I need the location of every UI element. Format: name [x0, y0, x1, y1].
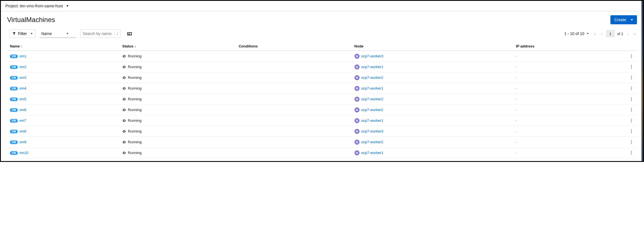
vm-name-link[interactable]: vm8 — [19, 129, 27, 133]
column-header-node[interactable]: Node — [352, 42, 513, 51]
node-link[interactable]: ocp7-worker2 — [361, 97, 384, 101]
pagination-range-dropdown[interactable]: 1 - 10 of 10 — [564, 31, 589, 36]
node-link[interactable]: ocp7-worker1 — [361, 65, 384, 69]
chevron-down-icon — [31, 33, 32, 34]
table-row: VMvm10RunningNocp7-worker1- — [7, 147, 637, 158]
row-actions-kebab[interactable] — [629, 53, 634, 59]
table-row: VMvm7RunningNocp7-worker1- — [7, 115, 637, 126]
filter-button-label: Filter — [18, 31, 27, 36]
ip-text: - — [516, 118, 517, 123]
manage-columns-button[interactable] — [126, 31, 133, 37]
node-badge-icon: N — [354, 129, 360, 134]
pagination-first-button[interactable]: « — [593, 31, 597, 36]
pagination-total-pages: of 1 — [617, 32, 623, 36]
sync-icon — [122, 97, 126, 101]
vm-badge-icon: VM — [10, 76, 18, 80]
column-header-ip[interactable]: IP address — [513, 42, 626, 51]
sync-icon — [122, 76, 126, 80]
chevron-down-icon — [66, 5, 69, 7]
vm-badge-icon: VM — [10, 119, 18, 123]
vm-name-link[interactable]: vm9 — [19, 140, 27, 144]
node-link[interactable]: ocp7-worker3 — [361, 54, 384, 58]
vm-badge-icon: VM — [10, 97, 18, 101]
vm-name-link[interactable]: vm6 — [19, 108, 27, 112]
row-actions-kebab[interactable] — [629, 75, 634, 81]
search-field-select[interactable]: Name — [40, 30, 76, 38]
status-text: Running — [128, 151, 141, 155]
pagination-current-page[interactable]: 1 — [606, 30, 614, 37]
vm-badge-icon: VM — [10, 65, 18, 69]
ip-text: - — [516, 86, 517, 90]
vm-name-link[interactable]: vm10 — [19, 151, 29, 155]
node-badge-icon: N — [354, 86, 360, 91]
pagination-range-text: 1 - 10 of 10 — [564, 31, 584, 36]
vm-name-link[interactable]: vm3 — [19, 75, 27, 80]
vm-name-link[interactable]: vm5 — [19, 97, 27, 101]
node-link[interactable]: ocp7-worker2 — [361, 140, 384, 144]
vm-name-link[interactable]: vm4 — [19, 86, 27, 90]
status-text: Running — [128, 75, 141, 80]
sync-icon — [122, 129, 126, 133]
table-row: VMvm4RunningNocp7-worker1- — [7, 83, 637, 94]
filter-button[interactable]: Filter — [9, 29, 36, 38]
sync-icon — [122, 151, 126, 155]
row-actions-kebab[interactable] — [629, 128, 634, 134]
node-badge-icon: N — [354, 75, 360, 80]
vm-badge-icon: VM — [10, 87, 18, 90]
pagination-last-button[interactable]: » — [632, 31, 637, 36]
chevron-down-icon — [67, 33, 68, 34]
search-field-label: Name — [41, 31, 52, 36]
row-actions-kebab[interactable] — [629, 118, 634, 123]
project-selector[interactable]: Project: ten-vms-from-same-host — [1, 1, 643, 11]
create-button-label: Create — [614, 18, 626, 22]
vm-name-link[interactable]: vm1 — [19, 54, 27, 58]
vm-badge-icon: VM — [10, 130, 18, 133]
table-row: VMvm6RunningNocp7-worker2- — [7, 105, 637, 115]
search-input[interactable] — [80, 30, 114, 38]
status-text: Running — [128, 65, 141, 69]
pagination-next-button[interactable]: › — [626, 31, 630, 36]
chevron-down-icon — [631, 19, 633, 21]
sort-icon: ↕ — [135, 45, 136, 48]
node-link[interactable]: ocp7-worker1 — [361, 118, 384, 123]
table-row: VMvm8RunningNocp7-worker3- — [7, 126, 637, 137]
sync-icon — [122, 54, 126, 58]
columns-icon — [127, 32, 132, 35]
pagination-prev-button[interactable]: ‹ — [600, 31, 604, 36]
sync-icon — [122, 108, 126, 112]
vm-badge-icon: VM — [10, 140, 18, 144]
pagination-nav: « ‹ 1 of 1 › » — [593, 30, 637, 37]
ip-text: - — [516, 75, 517, 80]
node-badge-icon: N — [354, 64, 360, 70]
ip-text: - — [516, 108, 517, 112]
node-link[interactable]: ocp7-worker1 — [361, 86, 384, 90]
row-actions-kebab[interactable] — [629, 150, 634, 156]
project-label: Project: ten-vms-from-same-host — [5, 4, 63, 8]
row-actions-kebab[interactable] — [629, 96, 634, 102]
sync-icon — [122, 86, 126, 90]
vm-name-link[interactable]: vm7 — [19, 118, 27, 123]
column-header-conditions[interactable]: Conditions — [236, 42, 352, 51]
table-row: VMvm3RunningNocp7-worker2- — [7, 72, 637, 83]
row-actions-kebab[interactable] — [629, 85, 634, 91]
node-link[interactable]: ocp7-worker1 — [361, 151, 384, 155]
column-header-status[interactable]: Status↕ — [119, 42, 236, 51]
ip-text: - — [516, 54, 517, 58]
row-actions-kebab[interactable] — [629, 139, 634, 145]
node-link[interactable]: ocp7-worker2 — [361, 108, 384, 112]
node-link[interactable]: ocp7-worker2 — [361, 75, 384, 80]
status-text: Running — [128, 129, 141, 133]
search-shortcut-hint: / — [114, 32, 120, 36]
vm-badge-icon: VM — [10, 55, 18, 58]
sort-asc-icon: ↑ — [21, 45, 23, 48]
desktop-wallpaper-strip — [641, 1, 643, 161]
node-link[interactable]: ocp7-worker3 — [361, 129, 384, 133]
ip-text: - — [516, 129, 517, 133]
column-header-name[interactable]: Name↑ — [7, 42, 119, 51]
vm-name-link[interactable]: vm2 — [19, 65, 27, 69]
create-button[interactable]: Create — [610, 15, 637, 24]
chevron-down-icon — [587, 33, 589, 34]
row-actions-kebab[interactable] — [629, 107, 634, 113]
row-actions-kebab[interactable] — [629, 64, 634, 70]
status-text: Running — [128, 97, 141, 101]
